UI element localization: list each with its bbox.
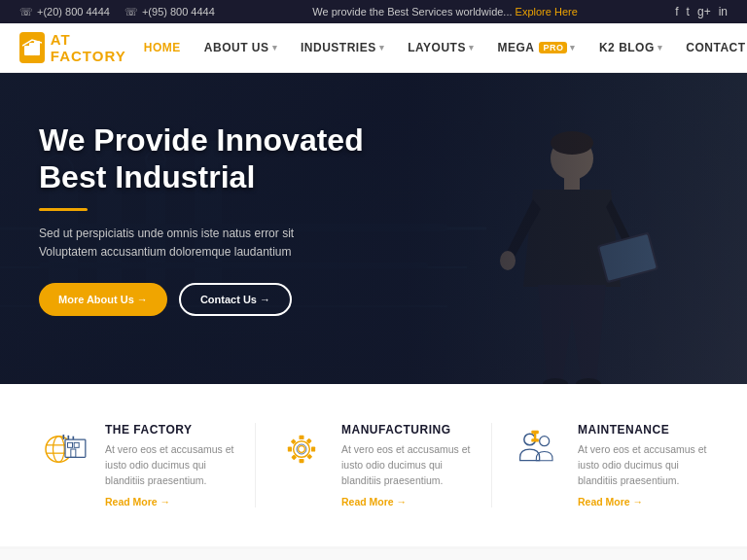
nav-mega[interactable]: MEGA PRO ▾ [485, 33, 587, 62]
logo[interactable]: AT FACTORY [19, 31, 132, 64]
hero-accent-line [39, 208, 88, 211]
service-title-manufacturing: MANUFACTURING [341, 423, 472, 437]
phone1: ☏ +(20) 800 4444 [19, 6, 110, 18]
maintenance-icon [512, 423, 564, 475]
nav-industries[interactable]: INDUSTRIES ▾ [289, 33, 396, 62]
hero-subtitle: Sed ut perspiciatis unde omnis iste natu… [39, 225, 311, 262]
nav-links: HOME ABOUT US ▾ INDUSTRIES ▾ LAYOUTS ▾ M… [132, 33, 747, 62]
service-desc-maintenance: At vero eos et accusamus et iusto odio d… [578, 442, 708, 488]
svg-rect-36 [300, 436, 304, 439]
dropdown-arrow: ▾ [272, 43, 278, 52]
dropdown-arrow-3: ▾ [469, 43, 475, 52]
service-card-maintenance: MAINTENANCE At vero eos et accusamus et … [512, 413, 708, 517]
dropdown-arrow-4: ▾ [570, 43, 576, 52]
linkedin-icon[interactable]: in [719, 5, 728, 18]
services-section: THE FACTORY At vero eos et accusamus et … [0, 384, 747, 549]
google-plus-icon[interactable]: g+ [697, 5, 711, 18]
hero-buttons: More About Us → Contact Us → [39, 283, 428, 316]
svg-rect-37 [300, 459, 304, 463]
divider-2 [491, 423, 492, 508]
hero-title: We Provide Innovated Best Industrial [39, 122, 428, 196]
logo-text: AT FACTORY [51, 31, 132, 64]
dropdown-arrow-5: ▾ [658, 43, 663, 52]
hero-content: We Provide Innovated Best Industrial Sed… [0, 73, 467, 365]
top-bar-tagline: We provide the Best Services worldwide..… [312, 6, 577, 18]
service-desc-manufacturing: At vero eos et accusamus et iusto odio d… [341, 442, 472, 488]
nav-layouts[interactable]: LAYOUTS ▾ [396, 33, 485, 62]
svg-rect-39 [311, 447, 315, 452]
service-content-manufacturing: MANUFACTURING At vero eos et accusamus e… [341, 423, 472, 508]
service-title-factory: THE FACTORY [105, 423, 235, 437]
service-content-maintenance: MAINTENANCE At vero eos et accusamus et … [578, 423, 708, 508]
phone-icon-2: ☏ [124, 6, 138, 18]
svg-point-34 [294, 441, 310, 458]
more-about-btn[interactable]: More About Us → [39, 283, 167, 316]
phone-icon: ☏ [19, 6, 33, 18]
factory-icon [39, 423, 91, 475]
explore-link[interactable]: Explore Here [516, 6, 578, 18]
service-title-maintenance: MAINTENANCE [578, 423, 708, 437]
factory-solution-section: Factory Solution For All Industrial [0, 549, 747, 560]
svg-point-35 [299, 446, 305, 453]
svg-point-46 [540, 437, 550, 446]
twitter-icon[interactable]: t [687, 5, 690, 18]
contact-us-btn[interactable]: Contact Us → [179, 283, 292, 316]
mega-badge: PRO [539, 42, 567, 53]
svg-point-24 [53, 437, 65, 463]
svg-rect-49 [531, 438, 539, 441]
svg-rect-2 [34, 41, 40, 55]
phone2: ☏ +(95) 800 4444 [124, 6, 215, 18]
divider-1 [255, 423, 256, 508]
service-card-manufacturing: MANUFACTURING At vero eos et accusamus e… [275, 413, 472, 517]
facebook-icon[interactable]: f [675, 5, 678, 18]
nav-contact[interactable]: CONTACT [674, 33, 747, 62]
top-bar: ☏ +(20) 800 4444 ☏ +(95) 800 4444 We pro… [0, 0, 747, 23]
hero-section: We Provide Innovated Best Industrial Sed… [0, 73, 747, 384]
nav-home[interactable]: HOME [132, 33, 193, 62]
nav-about[interactable]: ABOUT US ▾ [193, 33, 289, 62]
logo-icon [19, 32, 45, 63]
service-link-factory[interactable]: Read More → [105, 496, 235, 508]
nav-blog[interactable]: K2 BLOG ▾ [587, 33, 674, 62]
svg-rect-38 [288, 447, 292, 452]
manufacturing-icon [275, 423, 328, 475]
service-desc-factory: At vero eos et accusamus et iusto odio d… [105, 442, 235, 488]
social-icons: f t g+ in [675, 5, 728, 18]
service-link-manufacturing[interactable]: Read More → [341, 496, 472, 508]
top-bar-contacts: ☏ +(20) 800 4444 ☏ +(95) 800 4444 [19, 6, 215, 18]
service-card-factory: THE FACTORY At vero eos et accusamus et … [39, 413, 235, 517]
dropdown-arrow-2: ▾ [379, 43, 385, 52]
service-content-factory: THE FACTORY At vero eos et accusamus et … [105, 423, 235, 508]
navbar: AT FACTORY HOME ABOUT US ▾ INDUSTRIES ▾ … [0, 23, 747, 73]
svg-rect-48 [531, 431, 539, 434]
service-link-maintenance[interactable]: Read More → [578, 496, 708, 508]
